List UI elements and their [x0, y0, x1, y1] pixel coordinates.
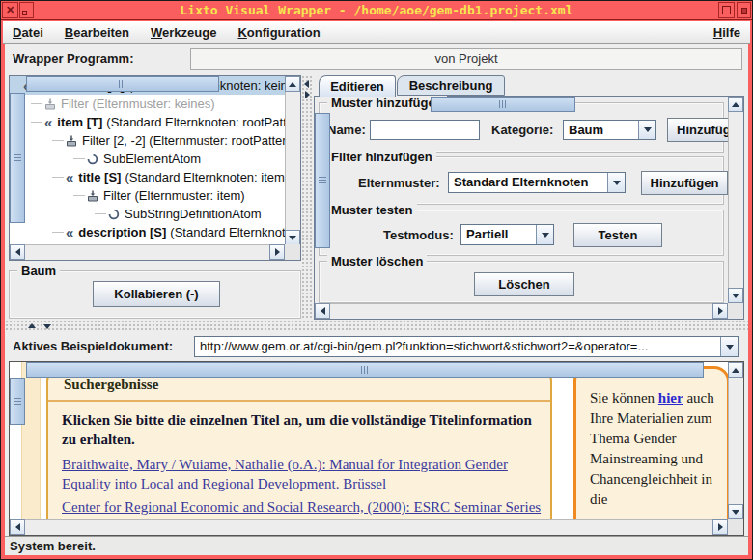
tree-item[interactable]: Filter [2, -2] (Elternmuster: rootPatter… — [10, 131, 285, 150]
browser-hscroll-thumb[interactable] — [26, 362, 704, 378]
hier-link[interactable]: hier — [658, 390, 683, 406]
test-mode-combobox[interactable]: Partiell — [460, 224, 554, 245]
wrapper-program-row: Wrapper Programm: von Projekt — [5, 44, 748, 73]
tree-scroll-down-button[interactable] — [285, 230, 300, 245]
add-filter-button[interactable]: Hinzufügen — [641, 171, 728, 195]
wrapper-program-value: von Projekt — [190, 48, 742, 70]
tree-connector — [73, 195, 85, 196]
name-input[interactable] — [370, 120, 480, 140]
tree-item[interactable]: «description [S] (Standard Elternknoten — [10, 223, 285, 241]
add-filter-group: Filter hinzufügen Elternmuster: Standard… — [319, 156, 724, 205]
active-document-label: Aktives Beispieldokument: — [13, 339, 173, 353]
tree-vscroll-thumb[interactable] — [10, 93, 25, 223]
chevron-down-icon[interactable] — [607, 173, 625, 192]
browser-hscroll-track[interactable] — [10, 519, 728, 535]
tree-connector — [31, 103, 42, 104]
collapse-left-icon[interactable] — [304, 80, 309, 88]
scrollbar-corner — [285, 244, 300, 260]
result-link[interactable]: Center for Regional Economic and Social … — [62, 497, 548, 519]
tree-item[interactable]: SubElementAtom — [10, 150, 285, 168]
scrollbar-corner — [728, 303, 743, 319]
browser-vscroll-track[interactable] — [728, 362, 743, 519]
parent-pattern-combobox[interactable]: Standard Elternknoten — [448, 172, 626, 193]
tree-connector — [31, 122, 42, 123]
left-arrow-icon — [321, 307, 325, 315]
browser-scroll-down-button[interactable] — [728, 504, 743, 519]
delete-pattern-title: Muster löschen — [327, 254, 427, 268]
browser-viewport: Suchergebnisse Klicken Sie bitte die ein… — [10, 362, 728, 519]
tree-scroll-left-button[interactable] — [10, 244, 25, 260]
browser-vscroll-thumb[interactable] — [10, 378, 25, 425]
menu-bearbeiten[interactable]: Bearbeiten — [65, 25, 129, 40]
window-maximize-button[interactable] — [718, 2, 735, 18]
browser-scroll-right-button[interactable] — [712, 519, 728, 535]
collapse-up-icon[interactable] — [28, 323, 36, 328]
pattern-icon: « — [44, 117, 52, 128]
parent-pattern-label: Elternmuster: — [358, 176, 440, 190]
browser-scroll-up-button[interactable] — [728, 362, 743, 378]
add-pattern-button[interactable]: Hinzufügen — [667, 118, 729, 142]
active-document-combobox[interactable]: http://www.gem.or.at/cgi-bin/gem.pl?funk… — [194, 336, 739, 357]
document-browser: Suchergebnisse Klicken Sie bitte die ein… — [9, 361, 744, 536]
filter-icon — [44, 98, 56, 110]
tree-item[interactable]: Filter (Elternmuster: item) — [10, 186, 285, 205]
chevron-down-icon[interactable] — [638, 121, 655, 139]
expand-right-icon[interactable] — [305, 91, 310, 98]
delete-pattern-group: Muster löschen Löschen — [319, 261, 724, 303]
tree-viewport[interactable]: «rootPattern [D] (Standard Elternknoten:… — [10, 76, 285, 244]
window-menu-button[interactable] — [737, 2, 751, 18]
right-arrow-icon — [718, 523, 723, 531]
expand-down-icon[interactable] — [43, 324, 51, 329]
vertical-split-divider[interactable] — [301, 75, 314, 320]
results-divider — [48, 400, 550, 402]
tree-item[interactable]: «title [S] (Standard Elternknoten: item) — [10, 168, 285, 186]
collapse-button[interactable]: Kollabieren (-) — [93, 281, 220, 307]
chevron-down-icon[interactable] — [536, 225, 553, 244]
status-bar: System bereit. — [5, 536, 748, 555]
result-link[interactable]: Braithwaite, Mary / Wuiame, Nathalie (o.… — [62, 455, 548, 493]
results-title: Suchergebnisse — [64, 377, 158, 393]
test-pattern-title: Muster testen — [327, 203, 417, 217]
tree-scroll-right-button[interactable] — [269, 244, 285, 260]
editor-scroll-right-button[interactable] — [712, 303, 728, 319]
test-pattern-group: Muster testen Testmodus: Partiell Testen — [319, 210, 724, 256]
editor-panel: Editieren Beschreibung Muster hinzufügen… — [314, 75, 744, 320]
app-content: Wrapper Programm: von Projekt «rootPatte… — [5, 44, 748, 555]
tab-beschreibung[interactable]: Beschreibung — [397, 75, 505, 96]
menu-werkzeuge[interactable]: Werkzeuge — [151, 25, 216, 40]
editor-hscroll-track[interactable] — [315, 303, 728, 319]
menu-hilfe[interactable]: Hilfe — [713, 25, 740, 40]
title-bar[interactable]: ✕ Lixto Visual Wrapper - /home/aoe/gem-d… — [1, 1, 752, 20]
pattern-icon: « — [66, 172, 73, 183]
delete-button[interactable]: Löschen — [474, 272, 574, 296]
horizontal-split-divider[interactable] — [5, 320, 748, 332]
menu-datei[interactable]: Datei — [13, 25, 43, 40]
add-filter-title: Filter hinzufügen — [327, 150, 436, 164]
tree-hscroll-track[interactable] — [10, 244, 285, 260]
browser-scroll-left-button[interactable] — [10, 519, 25, 535]
application-window: ✕ Lixto Visual Wrapper - /home/aoe/gem-d… — [0, 0, 753, 560]
pattern-tree: «rootPattern [D] (Standard Elternknoten:… — [9, 75, 301, 261]
side-info-box: Sie können hier auch Ihre Materialien zu… — [573, 366, 728, 519]
tree-item[interactable]: Filter (Elternmuster: keines) — [10, 95, 285, 113]
tree-scroll-up-button[interactable] — [285, 76, 300, 92]
editor-vscroll-track[interactable] — [728, 97, 743, 303]
tree-vscroll-track[interactable] — [285, 76, 300, 244]
editor-tab-content: Muster hinzufügen Name: Kategorie: Baum … — [314, 96, 744, 320]
menu-konfiguration[interactable]: Konfiguration — [237, 25, 320, 40]
editor-scroll-up-button[interactable] — [728, 97, 743, 112]
category-combobox[interactable]: Baum — [563, 120, 656, 140]
baum-group-title: Baum — [17, 264, 60, 278]
editor-scroll-left-button[interactable] — [315, 303, 330, 319]
test-button[interactable]: Testen — [573, 223, 662, 247]
editor-scroll-down-button[interactable] — [728, 288, 743, 303]
window-menu-icon — [741, 8, 747, 14]
tree-item[interactable]: «item [T] (Standard Elternknoten: rootPa… — [10, 113, 285, 131]
up-arrow-icon — [289, 82, 296, 87]
chevron-down-icon[interactable] — [720, 337, 738, 356]
editor-vscroll-thumb[interactable] — [315, 113, 330, 248]
tab-editieren[interactable]: Editieren — [319, 75, 396, 97]
tree-item[interactable]: SubStringDefinitionAtom — [10, 205, 285, 223]
editor-hscroll-thumb[interactable] — [431, 97, 575, 112]
tree-hscroll-thumb[interactable] — [26, 76, 219, 92]
